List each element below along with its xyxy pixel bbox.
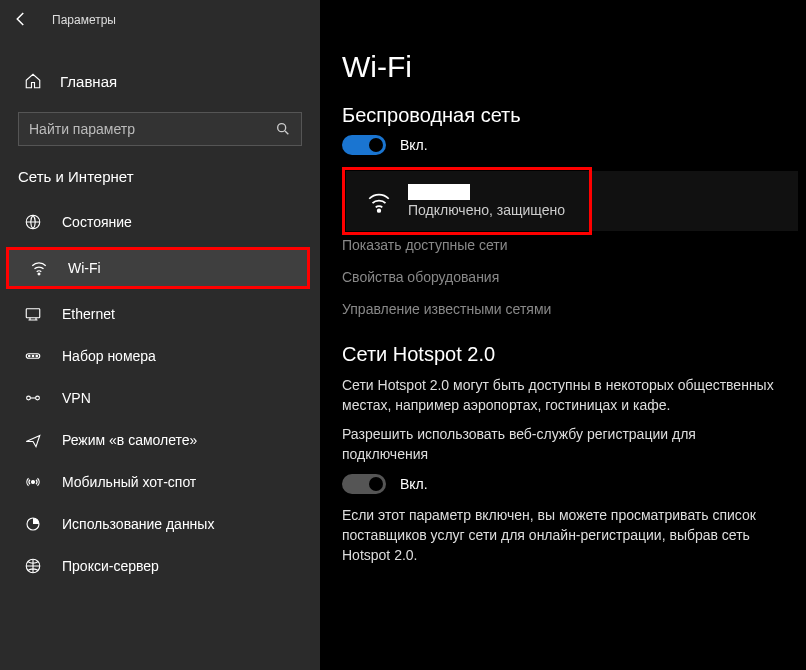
network-status: Подключено, защищено bbox=[408, 202, 565, 218]
svg-rect-3 bbox=[26, 309, 40, 318]
sidebar-item-dialup[interactable]: Набор номера bbox=[0, 335, 320, 377]
svg-point-9 bbox=[36, 396, 40, 400]
svg-point-8 bbox=[27, 396, 31, 400]
search-input[interactable] bbox=[19, 121, 275, 137]
svg-point-10 bbox=[32, 481, 35, 484]
sidebar: Параметры Главная Сеть и Интернет Состоя… bbox=[0, 0, 320, 670]
status-icon bbox=[24, 213, 42, 231]
svg-point-7 bbox=[36, 355, 38, 357]
manage-known-link[interactable]: Управление известными сетями bbox=[342, 293, 784, 325]
home-button[interactable]: Главная bbox=[0, 62, 320, 100]
vpn-icon bbox=[24, 389, 42, 407]
wifi-toggle-label: Вкл. bbox=[400, 137, 428, 153]
wireless-heading: Беспроводная сеть bbox=[342, 104, 784, 127]
search-icon bbox=[275, 121, 291, 137]
hotspot-heading: Сети Hotspot 2.0 bbox=[342, 343, 784, 366]
svg-point-13 bbox=[378, 209, 381, 212]
dialup-icon bbox=[24, 347, 42, 365]
hotspot-desc2: Разрешить использовать веб-службу регист… bbox=[342, 425, 784, 464]
svg-point-0 bbox=[278, 124, 286, 132]
sidebar-item-airplane[interactable]: Режим «в самолете» bbox=[0, 419, 320, 461]
sidebar-item-proxy[interactable]: Прокси-сервер bbox=[0, 545, 320, 587]
sidebar-item-label: Wi-Fi bbox=[68, 260, 101, 276]
hotspot-toggle[interactable] bbox=[342, 474, 386, 494]
wifi-icon bbox=[366, 189, 390, 213]
sidebar-item-label: Режим «в самолете» bbox=[62, 432, 197, 448]
proxy-icon bbox=[24, 557, 42, 575]
search-input-wrap[interactable] bbox=[18, 112, 302, 146]
hotspot-toggle-label: Вкл. bbox=[400, 476, 428, 492]
sidebar-item-vpn[interactable]: VPN bbox=[0, 377, 320, 419]
wifi-toggle[interactable] bbox=[342, 135, 386, 155]
back-icon[interactable] bbox=[12, 10, 32, 30]
airplane-icon bbox=[24, 431, 42, 449]
sidebar-item-data-usage[interactable]: Использование данных bbox=[0, 503, 320, 545]
data-usage-icon bbox=[24, 515, 42, 533]
nav-list: Состояние Wi-Fi Ethernet Набор номера bbox=[0, 201, 320, 587]
wifi-icon bbox=[30, 259, 48, 277]
page-title: Wi-Fi bbox=[342, 50, 784, 84]
sidebar-item-label: Использование данных bbox=[62, 516, 214, 532]
hotspot-icon bbox=[24, 473, 42, 491]
sidebar-item-label: Состояние bbox=[62, 214, 132, 230]
home-label: Главная bbox=[60, 73, 117, 90]
hotspot-desc1: Сети Hotspot 2.0 могут быть доступны в н… bbox=[342, 376, 784, 415]
sidebar-item-ethernet[interactable]: Ethernet bbox=[0, 293, 320, 335]
highlight-box-sidebar: Wi-Fi bbox=[6, 247, 310, 289]
network-name-redacted bbox=[408, 184, 470, 200]
svg-point-2 bbox=[38, 273, 40, 275]
main-panel: Wi-Fi Беспроводная сеть Вкл. Подключено,… bbox=[320, 0, 806, 670]
hotspot-desc3: Если этот параметр включен, вы можете пр… bbox=[342, 506, 784, 565]
hardware-props-link[interactable]: Свойства оборудования bbox=[342, 261, 784, 293]
sidebar-item-hotspot[interactable]: Мобильный хот-спот bbox=[0, 461, 320, 503]
sidebar-item-label: Мобильный хот-спот bbox=[62, 474, 196, 490]
section-title: Сеть и Интернет bbox=[0, 146, 320, 195]
sidebar-item-label: Ethernet bbox=[62, 306, 115, 322]
titlebar: Параметры bbox=[0, 0, 320, 40]
sidebar-item-label: Набор номера bbox=[62, 348, 156, 364]
sidebar-item-label: VPN bbox=[62, 390, 91, 406]
sidebar-item-label: Прокси-сервер bbox=[62, 558, 159, 574]
window-title: Параметры bbox=[52, 13, 116, 27]
home-icon bbox=[24, 72, 42, 90]
sidebar-item-wifi[interactable]: Wi-Fi bbox=[6, 247, 310, 289]
svg-point-5 bbox=[29, 355, 31, 357]
ethernet-icon bbox=[24, 305, 42, 323]
svg-point-6 bbox=[32, 355, 34, 357]
current-network-card[interactable]: Подключено, защищено bbox=[346, 171, 798, 231]
sidebar-item-status[interactable]: Состояние bbox=[0, 201, 320, 243]
highlight-box-network: Подключено, защищено bbox=[342, 167, 592, 235]
